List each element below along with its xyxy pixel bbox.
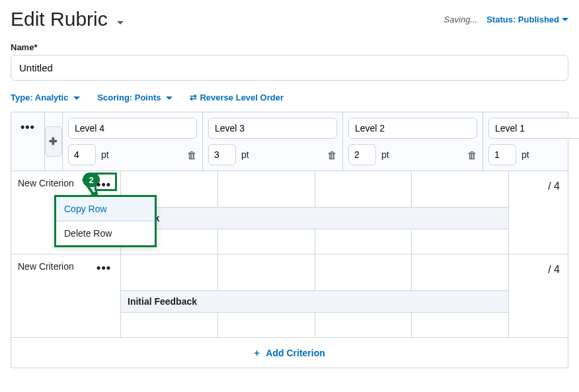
add-criterion-label: Add Criterion	[266, 348, 325, 358]
scoring-selector[interactable]: Scoring: Points	[97, 93, 173, 102]
criterion-row: New Criterion ••• Initial Feedback / 4	[11, 255, 568, 338]
criterion-cell[interactable]	[412, 171, 508, 207]
swap-icon: ⇄	[190, 93, 197, 102]
feedback-cell[interactable]	[218, 229, 315, 254]
criterion-cell[interactable]	[412, 255, 508, 290]
page-title: Edit Rubric	[11, 8, 108, 30]
add-criterion-button[interactable]: + Add Criterion	[11, 338, 568, 368]
criterion-name[interactable]: New Criterion	[18, 261, 74, 272]
criterion-cell[interactable]	[218, 171, 315, 207]
plus-icon: +	[254, 347, 260, 358]
points-unit: pt	[101, 149, 109, 160]
feedback-cell[interactable]	[315, 229, 412, 254]
delete-level-icon[interactable]: 🗑	[327, 149, 337, 161]
level-column: pt 🗑	[63, 112, 203, 171]
criterion-row: New Criterion ••• edback / 4 2 Copy Row	[11, 171, 568, 255]
reverse-order-label: Reverse Level Order	[200, 93, 283, 102]
saving-indicator: Saving...	[444, 15, 478, 24]
points-unit: pt	[521, 149, 529, 160]
level-column: pt 🗑	[483, 112, 579, 171]
criterion-cell[interactable]	[121, 255, 218, 290]
add-level-left-button[interactable]: ✚	[45, 126, 62, 157]
delete-level-icon[interactable]: 🗑	[187, 149, 197, 161]
feedback-label: edback	[121, 207, 508, 229]
type-selector[interactable]: Type: Analytic	[11, 93, 80, 102]
level-column: pt 🗑	[343, 112, 483, 171]
level-points-input[interactable]	[208, 144, 236, 165]
delete-row-item[interactable]: Delete Row	[56, 221, 155, 245]
criterion-name[interactable]: New Criterion	[18, 178, 74, 188]
levels-header-row: ••• ✚ pt 🗑 pt 🗑	[11, 112, 568, 171]
level-points-input[interactable]	[68, 144, 96, 165]
name-input[interactable]	[11, 55, 568, 81]
level-column: pt 🗑	[203, 112, 343, 171]
criterion-actions-menu[interactable]: •••	[94, 261, 114, 275]
name-label: Name*	[11, 42, 568, 52]
criterion-cell[interactable]	[218, 255, 315, 290]
feedback-label: Initial Feedback	[121, 290, 508, 312]
criterion-score: / 4	[508, 171, 568, 254]
feedback-cell[interactable]	[121, 313, 218, 337]
level-name-input[interactable]	[208, 118, 337, 139]
reverse-order-button[interactable]: ⇄ Reverse Level Order	[190, 93, 283, 102]
feedback-cell[interactable]	[412, 313, 508, 337]
feedback-cell[interactable]	[412, 229, 508, 254]
feedback-cell[interactable]	[315, 313, 412, 337]
criterion-actions-menu[interactable]: •••	[94, 178, 114, 192]
rubric-table: ••• ✚ pt 🗑 pt 🗑	[11, 112, 568, 368]
level-points-input[interactable]	[488, 144, 516, 165]
points-unit: pt	[381, 149, 389, 160]
delete-level-icon[interactable]: 🗑	[467, 149, 477, 161]
plus-icon: ✚	[49, 136, 58, 147]
row-context-menu: Copy Row Delete Row	[54, 195, 157, 247]
copy-row-item[interactable]: Copy Row	[56, 197, 155, 221]
title-dropdown-icon[interactable]	[114, 17, 124, 28]
points-unit: pt	[241, 149, 249, 160]
level-points-input[interactable]	[348, 144, 376, 165]
criterion-score: / 4	[508, 255, 568, 337]
level-name-input[interactable]	[68, 118, 197, 139]
feedback-cell[interactable]	[218, 313, 315, 337]
level-name-input[interactable]	[488, 118, 579, 139]
table-actions-menu[interactable]: •••	[18, 120, 38, 134]
status-dropdown[interactable]: Status: Published	[486, 15, 568, 24]
level-name-input[interactable]	[348, 118, 477, 139]
criterion-cell[interactable]	[315, 171, 412, 207]
criterion-cell[interactable]	[315, 255, 412, 290]
